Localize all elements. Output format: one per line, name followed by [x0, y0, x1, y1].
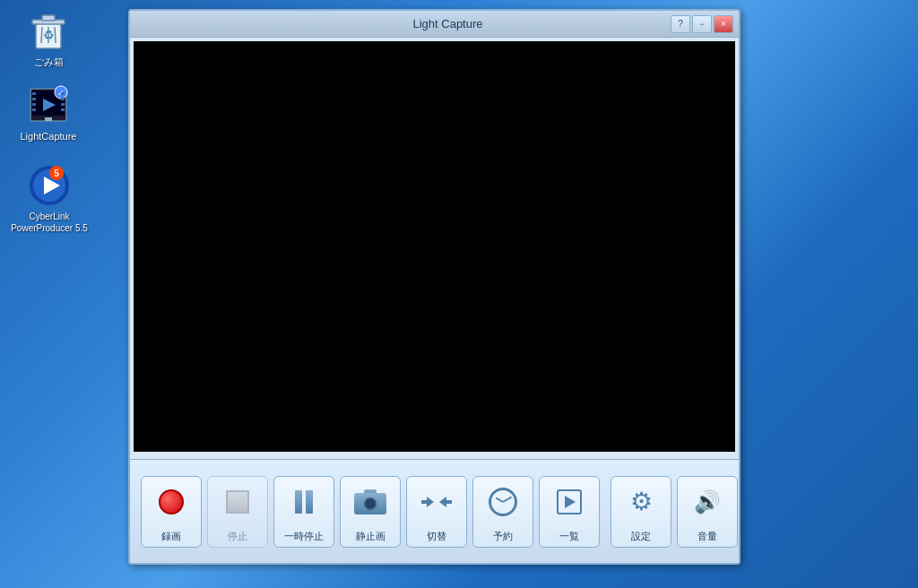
svg-rect-19	[61, 108, 65, 111]
schedule-icon	[483, 482, 523, 522]
lightcapture-icon: ✓	[27, 83, 70, 126]
list-icon	[550, 482, 589, 522]
close-button[interactable]: ×	[714, 15, 733, 33]
window-controls: ? － ×	[671, 15, 733, 33]
pause-button[interactable]: 一時停止	[273, 476, 334, 548]
svg-marker-27	[439, 497, 452, 507]
record-icon	[152, 482, 191, 522]
svg-rect-18	[61, 103, 65, 106]
desktop-icon-lightcapture[interactable]: ✓ LightCapture	[13, 83, 84, 143]
snapshot-icon	[351, 482, 390, 522]
switch-icon	[417, 482, 456, 522]
svg-rect-17	[61, 98, 65, 100]
settings-button[interactable]: ⚙ 設定	[611, 476, 671, 548]
main-window: Light Capture ? － × 録画 停止	[128, 9, 740, 565]
switch-button[interactable]: 切替	[406, 476, 467, 548]
minimize-button[interactable]: －	[692, 15, 712, 33]
titlebar: Light Capture ? － ×	[130, 11, 739, 38]
snapshot-button[interactable]: 静止画	[340, 476, 401, 548]
stop-label: 停止	[228, 531, 247, 542]
cyberlink-icon-label: CyberLinkPowerProducer 5.5	[11, 211, 88, 234]
svg-rect-14	[32, 103, 36, 106]
volume-button[interactable]: 🔊 音量	[677, 476, 738, 548]
settings-icon: ⚙	[621, 482, 661, 522]
list-label: 一覧	[559, 531, 579, 542]
svg-rect-13	[32, 98, 36, 100]
schedule-label: 予約	[493, 531, 513, 542]
svg-rect-15	[32, 108, 36, 111]
svg-rect-2	[42, 15, 55, 21]
snapshot-label: 静止画	[356, 531, 385, 542]
list-button[interactable]: 一覧	[539, 476, 600, 548]
settings-label: 設定	[631, 531, 651, 542]
svg-line-5	[55, 27, 56, 43]
stop-button[interactable]: 停止	[207, 476, 268, 548]
trash-icon: ♻	[27, 9, 70, 52]
svg-rect-16	[61, 92, 65, 95]
stop-icon	[218, 482, 257, 522]
desktop-icon-cyberlink[interactable]: 5 CyberLinkPowerProducer 5.5	[9, 164, 90, 234]
record-label: 録画	[161, 531, 181, 542]
record-button[interactable]: 録画	[141, 476, 202, 548]
svg-rect-12	[32, 92, 36, 95]
volume-label: 音量	[697, 531, 717, 542]
svg-rect-9	[45, 117, 52, 121]
svg-marker-26	[421, 497, 434, 507]
help-button[interactable]: ?	[671, 15, 690, 33]
switch-label: 切替	[427, 531, 446, 542]
pause-label: 一時停止	[284, 531, 324, 542]
cyberlink-icon: 5	[28, 164, 71, 207]
toolbar: 録画 停止 一時停止	[130, 459, 739, 563]
svg-text:♻: ♻	[43, 28, 55, 42]
desktop-icon-trash[interactable]: ♻ ごみ箱	[13, 9, 84, 68]
volume-icon: 🔊	[688, 482, 727, 522]
svg-text:5: 5	[54, 169, 59, 178]
window-title: Light Capture	[225, 17, 671, 30]
trash-icon-label: ごみ箱	[34, 56, 64, 68]
schedule-button[interactable]: 予約	[472, 476, 533, 548]
video-preview	[134, 41, 735, 452]
pause-icon	[284, 482, 324, 522]
lightcapture-icon-label: LightCapture	[21, 130, 77, 143]
svg-marker-29	[565, 496, 576, 508]
